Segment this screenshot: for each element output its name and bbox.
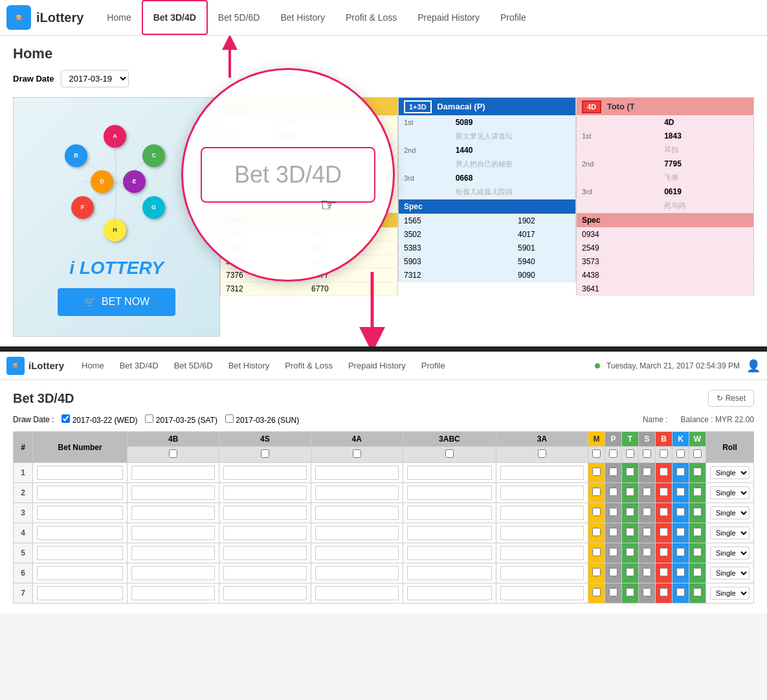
bet-number-cell[interactable] [33, 463, 128, 483]
3a-cell[interactable] [496, 523, 588, 543]
s-cell[interactable] [638, 463, 655, 483]
nav-profit-loss[interactable]: Profit & Loss [335, 0, 407, 35]
p-cell[interactable] [605, 563, 621, 583]
w-cell[interactable] [689, 503, 706, 523]
bottom-nav-bet5d6d[interactable]: Bet 5D/6D [166, 352, 221, 379]
p-cell[interactable] [605, 463, 621, 483]
p-cell[interactable] [605, 503, 621, 523]
4b-cell[interactable] [128, 563, 219, 583]
3a-cell[interactable] [496, 483, 588, 503]
4s-cell[interactable] [219, 503, 311, 523]
bottom-nav-profile[interactable]: Profile [414, 352, 453, 379]
4s-cell[interactable] [219, 483, 311, 503]
bet-number-cell[interactable] [33, 503, 128, 523]
w-cell[interactable] [689, 463, 706, 483]
m-cell[interactable] [588, 543, 605, 563]
3abc-cell[interactable] [403, 483, 496, 503]
b-cell[interactable] [655, 503, 672, 523]
k-cell[interactable] [672, 503, 689, 523]
bet-now-button[interactable]: 🛒 BET NOW [58, 288, 175, 316]
k-cell[interactable] [672, 543, 689, 563]
m-cell[interactable] [588, 463, 605, 483]
4a-cell[interactable] [311, 523, 403, 543]
t-cell[interactable] [621, 583, 638, 604]
bet-number-cell[interactable] [33, 543, 128, 563]
k-cell[interactable] [672, 583, 689, 604]
4s-cell[interactable] [219, 463, 311, 483]
b-cell[interactable] [655, 563, 672, 583]
t-cell[interactable] [621, 463, 638, 483]
nav-bet5d6d[interactable]: Bet 5D/6D [208, 0, 271, 35]
b-cell[interactable] [655, 583, 672, 604]
roll-cell[interactable]: Single Roll [706, 543, 753, 563]
roll-cell[interactable]: Single Roll [706, 463, 753, 483]
reset-button[interactable]: ↻ Reset [708, 390, 754, 407]
4b-cell[interactable] [128, 543, 219, 563]
3abc-cell[interactable] [403, 503, 496, 523]
4a-cell[interactable] [311, 503, 403, 523]
bet-number-cell[interactable] [33, 563, 128, 583]
4s-cell[interactable] [219, 543, 311, 563]
s-cell[interactable] [638, 563, 655, 583]
3a-cell[interactable] [496, 463, 588, 483]
m-cell[interactable] [588, 483, 605, 503]
k-cell[interactable] [672, 523, 689, 543]
m-cell[interactable] [588, 583, 605, 604]
4a-cell[interactable] [311, 563, 403, 583]
s-cell[interactable] [638, 483, 655, 503]
3a-cell[interactable] [496, 583, 588, 604]
4b-cell[interactable] [128, 583, 219, 604]
4b-cell[interactable] [128, 483, 219, 503]
draw-date-select[interactable]: 2017-03-19 [61, 70, 129, 87]
draw-date-sat[interactable]: 2017-03-25 (SAT) [145, 414, 217, 425]
3abc-cell[interactable] [403, 523, 496, 543]
4a-cell[interactable] [311, 543, 403, 563]
3abc-cell[interactable] [403, 463, 496, 483]
t-cell[interactable] [621, 543, 638, 563]
3a-cell[interactable] [496, 543, 588, 563]
m-cell[interactable] [588, 563, 605, 583]
nav-bet3d4d[interactable]: Bet 3D/4D [142, 0, 208, 35]
draw-date-wed[interactable]: 2017-03-22 (WED) [61, 414, 137, 425]
roll-cell[interactable]: Single Roll [706, 523, 753, 543]
user-icon[interactable]: 👤 [746, 359, 761, 373]
b-cell[interactable] [655, 523, 672, 543]
s-cell[interactable] [638, 503, 655, 523]
bet-number-cell[interactable] [33, 483, 128, 503]
3a-cell[interactable] [496, 503, 588, 523]
s-cell[interactable] [638, 583, 655, 604]
p-cell[interactable] [605, 583, 621, 604]
bottom-nav-bet3d4d[interactable]: Bet 3D/4D [112, 352, 166, 379]
bottom-nav-bet-history[interactable]: Bet History [221, 352, 278, 379]
b-cell[interactable] [655, 483, 672, 503]
m-cell[interactable] [588, 503, 605, 523]
nav-bet-history[interactable]: Bet History [270, 0, 335, 35]
b-cell[interactable] [655, 543, 672, 563]
k-cell[interactable] [672, 483, 689, 503]
4b-cell[interactable] [128, 523, 219, 543]
4a-cell[interactable] [311, 583, 403, 604]
draw-date-sun[interactable]: 2017-03-26 (SUN) [225, 414, 299, 425]
3a-cell[interactable] [496, 563, 588, 583]
4b-cell[interactable] [128, 463, 219, 483]
4a-cell[interactable] [311, 463, 403, 483]
nav-home[interactable]: Home [96, 0, 141, 35]
p-cell[interactable] [605, 543, 621, 563]
4s-cell[interactable] [219, 583, 311, 604]
roll-cell[interactable]: Single Roll [706, 483, 753, 503]
t-cell[interactable] [621, 523, 638, 543]
roll-cell[interactable]: Single Roll [706, 563, 753, 583]
bottom-nav-home[interactable]: Home [74, 352, 112, 379]
w-cell[interactable] [689, 523, 706, 543]
w-cell[interactable] [689, 483, 706, 503]
t-cell[interactable] [621, 483, 638, 503]
k-cell[interactable] [672, 563, 689, 583]
bet-number-cell[interactable] [33, 583, 128, 604]
s-cell[interactable] [638, 543, 655, 563]
bet-number-cell[interactable] [33, 523, 128, 543]
3abc-cell[interactable] [403, 563, 496, 583]
t-cell[interactable] [621, 503, 638, 523]
bottom-nav-prepaid-history[interactable]: Prepaid History [340, 352, 414, 379]
w-cell[interactable] [689, 543, 706, 563]
t-cell[interactable] [621, 563, 638, 583]
